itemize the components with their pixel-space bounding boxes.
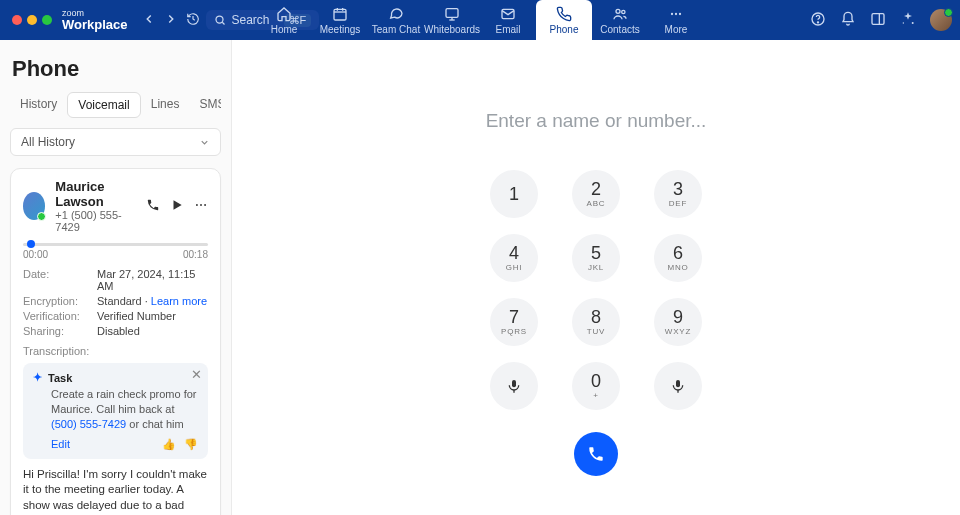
history-button[interactable]	[186, 12, 200, 29]
ai-sparkle-icon[interactable]	[900, 11, 916, 30]
forward-button[interactable]	[164, 12, 178, 29]
ai-task-card: ✕ ✦Task Create a rain check promo for Ma…	[23, 363, 208, 459]
subtab-history[interactable]: History	[10, 92, 67, 118]
panel-icon[interactable]	[870, 11, 886, 30]
play-button[interactable]	[170, 198, 184, 215]
tab-more[interactable]: More	[648, 0, 704, 40]
tab-home[interactable]: Home	[256, 0, 312, 40]
page-title: Phone	[12, 56, 219, 82]
help-icon[interactable]	[810, 11, 826, 30]
key-7[interactable]: 7PQRS	[490, 298, 538, 346]
phone-sidebar: Phone HistoryVoicemailLinesSMS All Histo…	[0, 40, 232, 515]
svg-point-19	[912, 22, 914, 24]
phone-subtabs: HistoryVoicemailLinesSMS	[10, 92, 221, 118]
key-1[interactable]: 1	[490, 170, 538, 218]
key-8[interactable]: 8TUV	[572, 298, 620, 346]
thumbs-down-button[interactable]: 👎	[184, 438, 198, 451]
window-controls[interactable]	[12, 15, 52, 25]
titlebar: zoom Workplace Search ⌘F HomeMeetingsTea…	[0, 0, 960, 40]
voicemail-card: Maurice Lawson +1 (500) 555-7429 00:0000…	[10, 168, 221, 515]
svg-rect-17	[872, 13, 884, 24]
back-button[interactable]	[142, 12, 156, 29]
more-button[interactable]	[194, 198, 208, 215]
app-tabs: HomeMeetingsTeam ChatWhiteboardsEmailPho…	[256, 0, 704, 40]
svg-rect-2	[334, 9, 346, 20]
edit-task-button[interactable]: Edit	[51, 438, 70, 450]
svg-point-11	[622, 10, 625, 13]
key-2[interactable]: 2ABC	[572, 170, 620, 218]
learn-more-link[interactable]: Learn more	[151, 295, 207, 307]
close-task-button[interactable]: ✕	[191, 367, 202, 382]
contact-name: Maurice Lawson	[55, 179, 136, 209]
thumbs-up-button[interactable]: 👍	[162, 438, 176, 451]
tab-meetings[interactable]: Meetings	[312, 0, 368, 40]
brand: zoom Workplace	[62, 9, 128, 31]
svg-point-24	[204, 204, 206, 206]
subtab-voicemail[interactable]: Voicemail	[67, 92, 140, 118]
playback-progress[interactable]	[23, 243, 208, 246]
key-9[interactable]: 9WXYZ	[654, 298, 702, 346]
svg-point-22	[196, 204, 198, 206]
svg-line-1	[222, 22, 224, 24]
tab-whiteboards[interactable]: Whiteboards	[424, 0, 480, 40]
voicemail-transcript: Hi Priscilla! I'm sorry I couldn't make …	[23, 467, 208, 515]
callback-number-link[interactable]: (500) 555-7429	[51, 418, 126, 430]
call-back-button[interactable]	[146, 198, 160, 215]
profile-avatar[interactable]	[930, 9, 952, 31]
tab-phone[interactable]: Phone	[536, 0, 592, 40]
bell-icon[interactable]	[840, 11, 856, 30]
call-button[interactable]	[574, 432, 618, 476]
dial-input[interactable]: Enter a name or number...	[486, 110, 707, 132]
key-0[interactable]: 0+	[572, 362, 620, 410]
history-filter[interactable]: All History	[10, 128, 221, 156]
svg-point-10	[616, 9, 620, 13]
contact-number: +1 (500) 555-7429	[55, 209, 136, 233]
key-3[interactable]: 3DEF	[654, 170, 702, 218]
search-icon	[214, 14, 226, 26]
svg-marker-21	[174, 200, 182, 209]
dial-pad: 12ABC3DEF4GHI5JKL6MNO7PQRS8TUV9WXYZ0+	[486, 166, 706, 414]
svg-point-16	[817, 21, 818, 22]
key-5[interactable]: 5JKL	[572, 234, 620, 282]
tab-email[interactable]: Email	[480, 0, 536, 40]
mic-key[interactable]	[490, 362, 538, 410]
mic-key[interactable]	[654, 362, 702, 410]
dialer: Enter a name or number... 12ABC3DEF4GHI5…	[232, 40, 960, 515]
svg-point-20	[903, 22, 904, 23]
key-6[interactable]: 6MNO	[654, 234, 702, 282]
key-4[interactable]: 4GHI	[490, 234, 538, 282]
svg-point-0	[216, 16, 223, 23]
svg-point-14	[679, 12, 681, 14]
chevron-down-icon	[199, 137, 210, 148]
svg-point-12	[671, 12, 673, 14]
contact-avatar	[23, 192, 45, 220]
svg-point-23	[200, 204, 202, 206]
subtab-lines[interactable]: Lines	[141, 92, 190, 118]
tab-team-chat[interactable]: Team Chat	[368, 0, 424, 40]
subtab-sms[interactable]: SMS	[189, 92, 221, 118]
svg-point-13	[675, 12, 677, 14]
svg-rect-6	[446, 8, 458, 17]
ai-sparkle-icon: ✦	[33, 371, 42, 384]
tab-contacts[interactable]: Contacts	[592, 0, 648, 40]
